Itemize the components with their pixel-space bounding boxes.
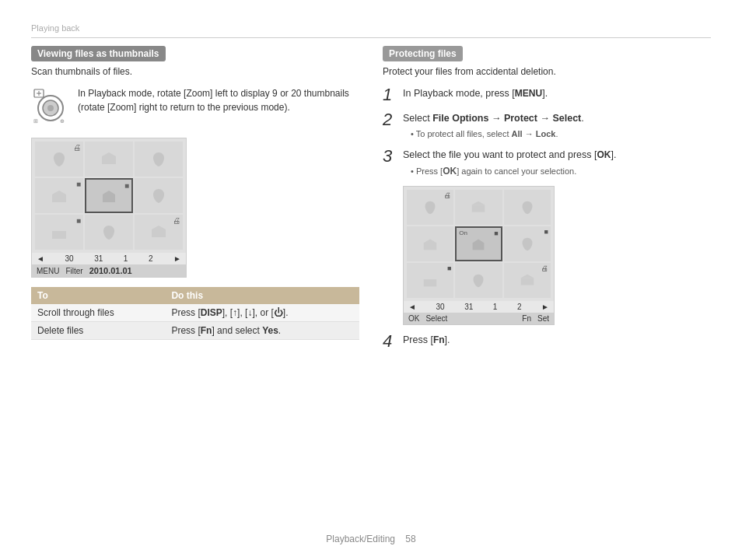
svg-rect-8 [102, 156, 116, 164]
table-cell-do-1: Press [DISP], [↑], [↓], or [⏻]. [165, 304, 359, 322]
protect-grid: 🖨 On [403, 186, 555, 325]
thumb-cell-4: ■ [35, 178, 83, 213]
step-num-1: 1 [383, 86, 397, 103]
thumb-date: 2010.01.01 [89, 266, 132, 275]
protect-nav: ◄ 30 31 1 2 ► [404, 301, 554, 313]
thumb-cell-7: ■ [35, 215, 83, 250]
svg-text:⊕: ⊕ [60, 118, 65, 124]
protect-cell-8 [455, 263, 502, 298]
step-2-bullet: To protect all files, select All → Lock. [403, 128, 711, 141]
svg-rect-9 [52, 194, 66, 202]
steps: 1 In Playback mode, press [MENU]. 2 Sele… [383, 86, 711, 350]
protect-cell-1: 🖨 [407, 190, 453, 225]
thumb-menu-label: MENU [37, 267, 59, 275]
thumb-icon-5: ■ [124, 181, 129, 190]
thumb-icon-7: ■ [76, 216, 81, 225]
footer-separator [397, 534, 403, 544]
thumb-icon-4: ■ [76, 180, 81, 188]
thumb-footer: MENU Filter 2010.01.01 [32, 264, 186, 277]
thumb-nav: ◄ 30 31 1 2 ► [32, 253, 186, 264]
step-content-2: Select File Options → Protect → Select. … [403, 111, 711, 140]
table-header-row: To Do this [31, 287, 359, 304]
svg-rect-16 [424, 279, 437, 286]
protect-nav-1: 1 [493, 303, 498, 311]
step-content-3: Select the file you want to protect and … [403, 148, 711, 178]
protect-ok-label: OK [408, 314, 419, 323]
left-section-header: Viewing files as thumbnails [31, 46, 166, 61]
zoom-dial-icon: ⊞ ⊕ [31, 86, 70, 125]
protect-fn-label: Fn [522, 314, 531, 323]
protect-nav-right: ► [541, 303, 549, 311]
step-num-3: 3 [383, 148, 397, 165]
thumb-nav-left: ◄ [37, 254, 44, 263]
thumb-cell-5: ■ [85, 178, 133, 213]
table-header-to: To [31, 287, 165, 304]
thumb-icon-9: 🖨 [173, 216, 180, 225]
thumb-cell-9: 🖨 [135, 215, 183, 250]
protect-cell-2 [455, 190, 502, 225]
protect-cell-5: On ■ [455, 226, 502, 261]
right-section-subtitle: Protect your files from accidental delet… [383, 66, 711, 77]
breadcrumb: Playing back [31, 23, 711, 38]
step-2: 2 Select File Options → Protect → Select… [383, 111, 711, 140]
thumb-filter-label: Filter [65, 267, 82, 275]
step-3-bullet: Press [OK] again to cancel your selectio… [403, 164, 711, 178]
protect-nav-31: 31 [464, 303, 473, 311]
thumb-nav-2: 2 [149, 254, 153, 263]
step-num-2: 2 [383, 111, 397, 128]
page-container: Playing back Viewing files as thumbnails… [0, 0, 742, 560]
step-content-1: In Playback mode, press [MENU]. [403, 86, 711, 101]
step-content-4: Press [Fn]. [403, 333, 711, 348]
zoom-text: In Playback mode, rotate [Zoom] left to … [78, 86, 359, 114]
thumb-nav-1: 1 [124, 254, 128, 263]
table-cell-to-2: Delete files [31, 322, 165, 340]
zoom-instruction: ⊞ ⊕ In Playback mode, rotate [Zoom] left… [31, 86, 359, 125]
left-section-subtitle: Scan thumbnails of files. [31, 66, 359, 77]
thumb-cell-1: 🖨 [35, 142, 83, 177]
svg-rect-17 [521, 278, 534, 285]
step-3: 3 Select the file you want to protect an… [383, 148, 711, 178]
footer-page: 58 [405, 534, 415, 544]
right-section-header: Protecting files [383, 46, 463, 61]
protect-cell-4 [407, 226, 453, 261]
protect-cell-6: ■ [504, 226, 551, 261]
thumb-nav-31: 31 [94, 254, 103, 263]
table-row-2: Delete files Press [Fn] and select Yes. [31, 322, 359, 340]
protect-icon-9: 🖨 [541, 264, 548, 272]
protect-cell-9: 🖨 [504, 263, 551, 298]
page-footer: Playback/Editing 58 [0, 534, 742, 544]
protect-icon-6: ■ [544, 228, 548, 236]
protect-cell-7: ■ [407, 263, 453, 298]
protect-cell-3 [504, 190, 551, 225]
protect-icon-1: 🖨 [444, 191, 451, 199]
left-column: Viewing files as thumbnails Scan thumbna… [31, 46, 359, 358]
protect-footer: OK Select Fn Set [404, 313, 554, 324]
protect-nav-2: 2 [517, 303, 522, 311]
thumb-cell-6 [135, 178, 183, 213]
protect-nav-30: 30 [436, 303, 444, 311]
svg-rect-14 [424, 243, 437, 250]
thumb-cell-8 [85, 215, 133, 250]
protect-icon-5: ■ [494, 229, 498, 237]
protect-icon-7: ■ [447, 264, 451, 272]
table-row: Scroll through files Press [DISP], [↑], … [31, 304, 359, 322]
svg-rect-12 [152, 229, 166, 237]
table-header-do: Do this [165, 287, 359, 304]
thumb-nav-30: 30 [65, 254, 73, 263]
step-4: 4 Press [Fn]. [383, 333, 711, 350]
svg-point-2 [47, 105, 54, 111]
protect-cells: 🖨 On [404, 187, 554, 301]
step-1: 1 In Playback mode, press [MENU]. [383, 86, 711, 103]
svg-text:⊞: ⊞ [33, 118, 38, 124]
thumbnail-grid: 🖨 ■ ■ [31, 138, 187, 278]
protect-nav-left: ◄ [408, 303, 416, 311]
columns: Viewing files as thumbnails Scan thumbna… [31, 46, 711, 358]
svg-rect-13 [472, 205, 485, 212]
svg-rect-15 [473, 243, 485, 250]
thumb-nav-right: ► [173, 254, 181, 263]
info-table: To Do this Scroll through files Press [D… [31, 287, 359, 340]
table-cell-to-1: Scroll through files [31, 304, 165, 322]
thumb-cell-2 [85, 142, 133, 177]
footer-text: Playback/Editing [326, 534, 395, 544]
thumb-cells: 🖨 ■ ■ [32, 138, 186, 253]
